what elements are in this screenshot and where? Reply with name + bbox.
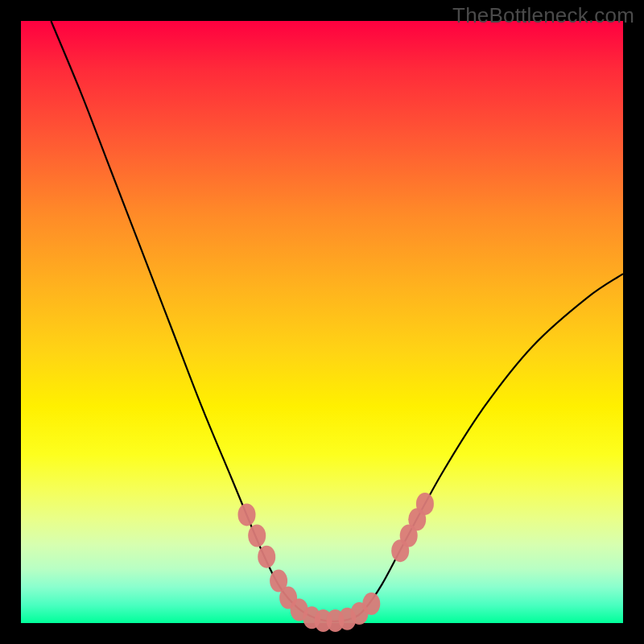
curve-marker: [416, 493, 434, 515]
curve-marker: [258, 546, 275, 568]
curve-marker: [238, 503, 256, 526]
curve-marker: [248, 525, 266, 547]
watermark-text: TheBottleneck.com: [452, 3, 634, 28]
curve-markers: [238, 493, 434, 632]
chart-plot-area: [21, 21, 623, 623]
bottleneck-curve: [51, 21, 623, 621]
chart-svg: [21, 21, 623, 623]
curve-marker: [362, 592, 380, 615]
